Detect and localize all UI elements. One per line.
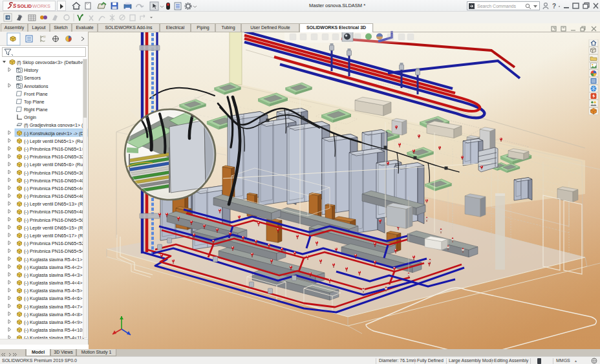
svg-text:(-) Kuglasta slavina R5-4<5> (: (-) Kuglasta slavina R5-4<5> (I bbox=[24, 288, 87, 294]
svg-text:(-) Prirubnica PN16-DN65<46>: (-) Prirubnica PN16-DN65<46> bbox=[24, 194, 87, 199]
svg-text:Front Plane: Front Plane bbox=[24, 92, 48, 97]
svg-text:(-) Leptir ventil DN65<6> (Ruc: (-) Leptir ventil DN65<6> (Ruc bbox=[24, 162, 85, 167]
svg-text:Annotations: Annotations bbox=[24, 84, 48, 89]
svg-text:(-) Kuglasta slavina R5-4<7> (: (-) Kuglasta slavina R5-4<7> (I bbox=[24, 305, 87, 310]
svg-text:(-) Kuglasta slavina R5-4<8> (: (-) Kuglasta slavina R5-4<8> (I bbox=[24, 312, 87, 317]
svg-text:(f) Gradjevinska osnova<1> (D: (f) Gradjevinska osnova<1> (D bbox=[24, 123, 87, 128]
svg-text:(-) Kuglasta slavina R5-4<1> (: (-) Kuglasta slavina R5-4<1> (I bbox=[24, 257, 87, 262]
svg-text:S: S bbox=[13, 3, 17, 9]
svg-text:SOLID: SOLID bbox=[17, 3, 32, 9]
svg-text:History: History bbox=[24, 68, 39, 73]
svg-text:(-) Kuglasta slavina R5-4<6> (: (-) Kuglasta slavina R5-4<6> (I bbox=[24, 296, 87, 301]
svg-text:(-) Prirubnica PN16-DN65<52>: (-) Prirubnica PN16-DN65<52> bbox=[24, 241, 87, 246]
svg-text:(-) Prirubnica PN16-DN65<32>: (-) Prirubnica PN16-DN65<32> bbox=[24, 155, 87, 160]
svg-text:(-) Kuglasta slavina R5-4<2> (: (-) Kuglasta slavina R5-4<2> (I bbox=[24, 265, 87, 270]
svg-text:(-) Prirubnica PN16-DN65<54>: (-) Prirubnica PN16-DN65<54> bbox=[24, 249, 87, 254]
svg-text:Sensors: Sensors bbox=[24, 76, 41, 81]
svg-text:(f) Sklop cevovoda<3> (Default: (f) Sklop cevovoda<3> (Default<Di bbox=[17, 60, 87, 65]
svg-text:(-) Kuglasta slavina R5-4<10>: (-) Kuglasta slavina R5-4<10> bbox=[24, 328, 85, 333]
svg-text:(-) Prirubnica PN16-DN65<50>: (-) Prirubnica PN16-DN65<50> bbox=[24, 218, 87, 223]
svg-text:Right Plane: Right Plane bbox=[24, 107, 48, 112]
svg-text:Top Plane: Top Plane bbox=[24, 100, 45, 105]
svg-text:(-) Leptir ventil DN65<13> (Ru: (-) Leptir ventil DN65<13> (Ru bbox=[24, 202, 85, 207]
svg-text:(-) Kuglasta slavina R5-4<9> (: (-) Kuglasta slavina R5-4<9> (I bbox=[24, 320, 87, 325]
svg-text:(-) Kuglasta slavina R5-4<3> (: (-) Kuglasta slavina R5-4<3> (I bbox=[24, 273, 87, 278]
svg-text:Origin: Origin bbox=[24, 115, 36, 120]
svg-text:(-) Prirubnica PN16-DN65<44>: (-) Prirubnica PN16-DN65<44> bbox=[24, 186, 87, 191]
svg-text:(-) Konstrukcija cevi<1> -> (D: (-) Konstrukcija cevi<1> -> (D bbox=[24, 131, 83, 136]
svg-text:?: ? bbox=[552, 3, 556, 10]
svg-text:(-) Kuglasta slavina R5-4<4> (: (-) Kuglasta slavina R5-4<4> (I bbox=[24, 281, 87, 286]
svg-text:(-) Leptir ventil DN65<15> (Ru: (-) Leptir ventil DN65<15> (Ru bbox=[24, 226, 85, 231]
svg-text:WORKS: WORKS bbox=[32, 3, 50, 9]
svg-text:(-) Leptir ventil DN65<1> (Ruc: (-) Leptir ventil DN65<1> (Ruc bbox=[24, 139, 85, 144]
svg-text:(-) Prirubnica PN16-DN65<1>: (-) Prirubnica PN16-DN65<1> bbox=[24, 147, 84, 152]
svg-text:(-) Prirubnica PN16-DN65<48>: (-) Prirubnica PN16-DN65<48> bbox=[24, 209, 87, 215]
svg-text:(-) Leptir ventil DN65<17> (Ru: (-) Leptir ventil DN65<17> (Ru bbox=[24, 233, 85, 239]
svg-text:(-) Prirubnica PN16-DN65<40>: (-) Prirubnica PN16-DN65<40> bbox=[24, 178, 87, 184]
svg-text:(-) Prirubnica PN16-DN65<36>: (-) Prirubnica PN16-DN65<36> bbox=[24, 171, 87, 176]
